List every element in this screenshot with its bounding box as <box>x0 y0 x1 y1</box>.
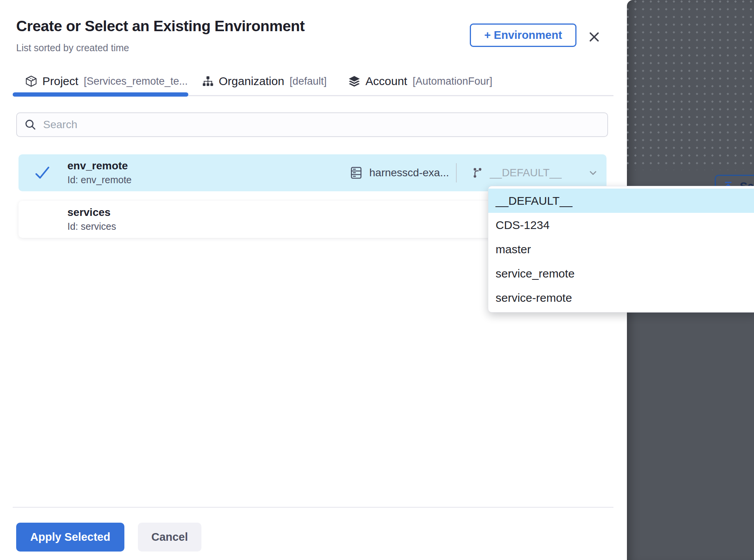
layers-icon <box>348 75 361 88</box>
environment-id: Id: env_remote <box>67 174 132 186</box>
environment-info: env_remote Id: env_remote <box>67 160 132 186</box>
search-box <box>16 112 608 137</box>
tab-label: Project <box>42 75 78 88</box>
chevron-down-icon[interactable] <box>588 167 598 178</box>
search-input[interactable] <box>43 113 607 136</box>
row-divider <box>456 163 457 182</box>
search-icon <box>24 118 37 131</box>
environment-id: Id: services <box>67 221 116 232</box>
sort-note: List sorted by created time <box>16 42 129 53</box>
git-branch-icon <box>471 167 484 179</box>
environment-name: services <box>67 206 116 219</box>
branch-dropdown-menu: __DEFAULT__ CDS-1234 master service_remo… <box>488 186 754 313</box>
dropdown-option-default[interactable]: __DEFAULT__ <box>488 189 754 213</box>
dropdown-option-master[interactable]: master <box>488 237 754 261</box>
new-environment-button[interactable]: + Environment <box>470 23 576 47</box>
cancel-button[interactable]: Cancel <box>138 523 201 552</box>
repository-icon <box>349 165 364 180</box>
tab-account[interactable]: Account [AutomationFour] <box>348 71 493 92</box>
close-icon[interactable] <box>585 28 603 46</box>
environment-info: services Id: services <box>67 206 116 232</box>
tab-project[interactable]: Project [Services_remote_te... <box>25 71 188 92</box>
tab-scope: [AutomationFour] <box>412 75 492 87</box>
tab-label: Account <box>365 75 407 88</box>
tab-scope: [Services_remote_te... <box>84 75 188 87</box>
dropdown-option-service-dash-remote[interactable]: service-remote <box>488 286 754 310</box>
environment-name: env_remote <box>67 160 132 172</box>
tab-label: Organization <box>219 75 284 88</box>
canvas-dot-grid <box>627 0 754 170</box>
sitemap-icon <box>202 75 214 87</box>
tab-scope: [default] <box>290 75 327 87</box>
cube-icon <box>25 75 38 88</box>
dropdown-option-cds-1234[interactable]: CDS-1234 <box>488 213 754 237</box>
repository-name: harnesscd-exa... <box>369 167 449 179</box>
apply-selected-button[interactable]: Apply Selected <box>16 523 124 552</box>
check-icon <box>34 165 51 181</box>
screen: Create or Select an Existing Environment… <box>0 0 754 560</box>
selected-branch: __DEFAULT__ <box>490 167 561 179</box>
dropdown-option-service-underscore-remote[interactable]: service_remote <box>488 261 754 286</box>
tab-organization[interactable]: Organization [default] <box>202 71 327 92</box>
footer-divider <box>13 507 613 508</box>
repository-info: harnesscd-exa... <box>349 154 449 191</box>
page-title: Create or Select an Existing Environment <box>16 18 305 35</box>
active-tab-underline <box>13 92 188 97</box>
